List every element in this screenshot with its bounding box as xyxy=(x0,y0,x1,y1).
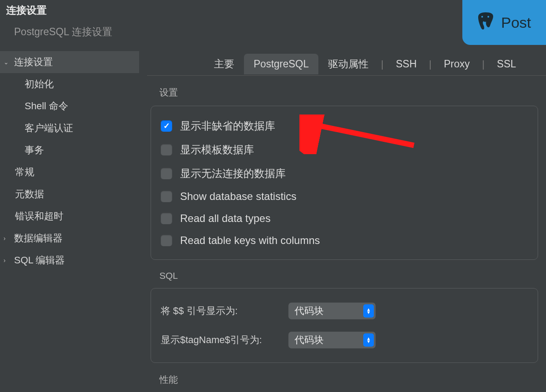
check-show-template-db[interactable]: 显示模板数据库 xyxy=(161,138,528,162)
check-read-table-keys[interactable]: Read table keys with columns xyxy=(161,229,528,251)
driver-logo: Post xyxy=(462,0,546,45)
tab-main[interactable]: 主要 xyxy=(204,53,244,75)
check-read-all-data-types[interactable]: Read all data types xyxy=(161,207,528,229)
sidebar-item-connection-settings[interactable]: ⌄连接设置 xyxy=(0,51,139,73)
label-dollar-quote: 将 $$ 引号显示为: xyxy=(161,304,288,318)
select-dollar-quote[interactable]: 代码块 xyxy=(288,303,376,319)
tab-separator: | xyxy=(480,59,487,70)
select-arrows-icon xyxy=(363,333,374,347)
section-label-settings: 设置 xyxy=(159,86,546,99)
chevron-right-icon: › xyxy=(4,257,11,264)
label-tagname-quote: 显示$tagName$引号为: xyxy=(161,333,288,347)
check-show-unavailable-db[interactable]: 显示无法连接的数据库 xyxy=(161,162,528,185)
check-show-non-default-db[interactable]: 显示非缺省的数据库 xyxy=(161,114,528,138)
checkbox-icon[interactable] xyxy=(161,191,172,202)
sql-group: 将 $$ 引号显示为: 代码块 显示$tagName$引号为: 代码块 xyxy=(151,288,538,363)
sidebar-item-sql-editor[interactable]: ›SQL 编辑器 xyxy=(0,249,139,271)
logo-text: Post xyxy=(501,14,531,31)
checkbox-icon[interactable] xyxy=(161,144,172,155)
sidebar-item-metadata[interactable]: 元数据 xyxy=(0,183,139,205)
sidebar-item-errors-timeout[interactable]: 错误和超时 xyxy=(0,205,139,227)
select-arrows-icon xyxy=(363,304,374,318)
checkbox-icon[interactable] xyxy=(161,168,172,179)
sidebar: ⌄连接设置 初始化 Shell 命令 客户端认证 事务 常规 元数据 错误和超时… xyxy=(0,47,139,390)
checkbox-icon[interactable] xyxy=(161,235,172,246)
section-label-sql: SQL xyxy=(159,270,546,281)
settings-group: 显示非缺省的数据库 显示模板数据库 显示无法连接的数据库 Show databa… xyxy=(151,106,538,260)
tab-driver-props[interactable]: 驱动属性 xyxy=(318,53,378,75)
tab-ssh[interactable]: SSH xyxy=(386,54,426,74)
sidebar-item-data-editor[interactable]: ›数据编辑器 xyxy=(0,227,139,249)
sidebar-item-transactions[interactable]: 事务 xyxy=(0,139,139,161)
tab-separator: | xyxy=(426,59,434,70)
chevron-right-icon: › xyxy=(4,235,11,242)
sidebar-item-client-auth[interactable]: 客户端认证 xyxy=(0,117,139,139)
checkbox-icon[interactable] xyxy=(161,120,172,132)
check-show-db-statistics[interactable]: Show database statistics xyxy=(161,185,528,207)
select-tagname-quote[interactable]: 代码块 xyxy=(288,332,376,348)
sidebar-item-init[interactable]: 初始化 xyxy=(0,73,139,95)
postgresql-icon xyxy=(475,11,497,34)
chevron-down-icon: ⌄ xyxy=(4,59,11,66)
tab-postgresql[interactable]: PostgreSQL xyxy=(244,54,318,74)
checkbox-icon[interactable] xyxy=(161,213,172,224)
section-label-performance: 性能 xyxy=(159,374,546,386)
sidebar-item-general[interactable]: 常规 xyxy=(0,161,139,183)
sidebar-item-shell[interactable]: Shell 命令 xyxy=(0,95,139,117)
tabs: 主要 PostgreSQL 驱动属性 | SSH | Proxy | SSL xyxy=(147,47,546,76)
tab-ssl[interactable]: SSL xyxy=(487,54,526,74)
tab-proxy[interactable]: Proxy xyxy=(434,54,480,74)
tab-separator: | xyxy=(378,59,386,70)
